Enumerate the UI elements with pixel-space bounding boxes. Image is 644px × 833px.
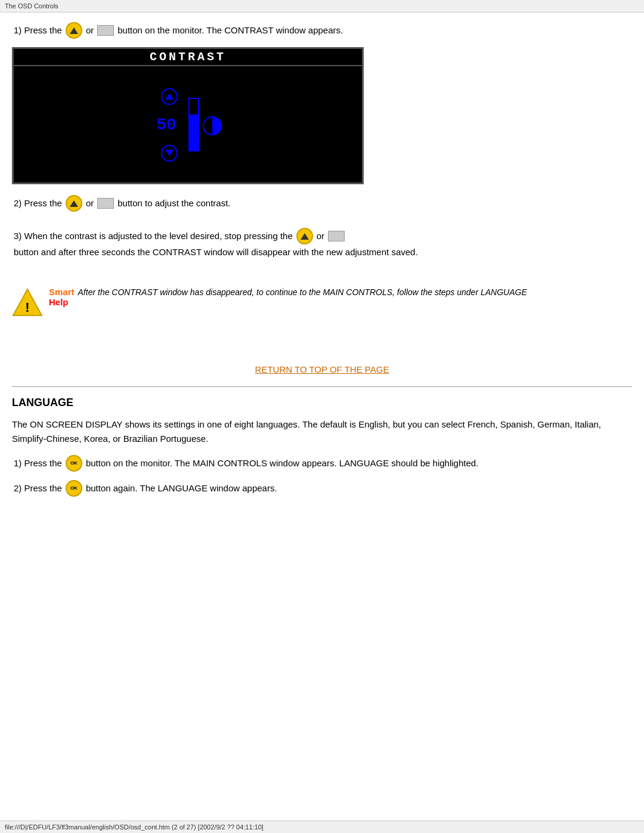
- help-label: Help: [49, 297, 527, 307]
- warning-triangle-icon: !: [12, 287, 43, 318]
- step1-suffix: button on the monitor. The CONTRAST wind…: [117, 23, 343, 38]
- step1-line: 1) Press the or button on the monitor. T…: [12, 22, 632, 39]
- step3-middle: or: [317, 228, 324, 244]
- contrast-down-icon: [161, 145, 178, 162]
- contrast-bar-area: [188, 98, 219, 151]
- smart-help-section: ! Smart After the CONTRAST window has di…: [12, 287, 632, 318]
- step1-middle: or: [86, 23, 94, 38]
- step2-line: 2) Press the or button to adjust the con…: [12, 195, 632, 212]
- language-step2-suffix: button again. The LANGUAGE window appear…: [86, 481, 277, 496]
- up-button-icon-2: [66, 195, 82, 212]
- language-step1-suffix: button on the monitor. The MAIN CONTROLS…: [86, 456, 478, 471]
- footer-bar: file:///D|/EDFU/LF3/lf3manual/english/OS…: [0, 820, 644, 833]
- contrast-bar: [188, 98, 199, 151]
- smart-help-text: Smart After the CONTRAST window has disa…: [49, 287, 527, 307]
- contrast-half-circle-icon: [203, 116, 219, 133]
- section-divider: [12, 386, 632, 387]
- up-button-icon-3: [296, 228, 313, 244]
- down-button-icon-3: [328, 231, 345, 241]
- up-button-icon-1: [66, 22, 82, 39]
- smart-help-italic: After the CONTRAST window has disappeare…: [78, 287, 527, 297]
- step3-line: 3) When the contrast is adjusted to the …: [12, 228, 632, 260]
- ok-button-icon-1: OK: [66, 455, 82, 472]
- step1-prefix: 1) Press the: [14, 23, 62, 38]
- language-step2: 2) Press the OK button again. The LANGUA…: [12, 480, 632, 497]
- language-step1: 1) Press the OK button on the monitor. T…: [12, 455, 632, 472]
- contrast-title: CONTRAST: [14, 49, 362, 66]
- smart-label: Smart: [49, 287, 75, 297]
- return-to-top-link[interactable]: RETURN TO TOP OF THE PAGE: [255, 364, 389, 374]
- language-intro: The ON SCREEN DISPLAY shows its settings…: [12, 417, 632, 447]
- svg-text:!: !: [25, 300, 29, 315]
- step2-prefix: 2) Press the: [14, 196, 62, 210]
- language-step2-prefix: 2) Press the: [14, 481, 62, 496]
- language-section-title: LANGUAGE: [12, 397, 632, 409]
- language-section: LANGUAGE The ON SCREEN DISPLAY shows its…: [12, 397, 632, 497]
- contrast-up-icon: [161, 88, 178, 105]
- ok-button-icon-2: OK: [66, 480, 82, 497]
- contrast-window: CONTRAST 50: [12, 47, 364, 184]
- step3-suffix: button and after three seconds the CONTR…: [14, 244, 418, 260]
- return-link-container[interactable]: RETURN TO TOP OF THE PAGE: [12, 364, 632, 374]
- contrast-bar-fill: [190, 114, 198, 150]
- contrast-value: 50: [156, 116, 177, 134]
- down-button-icon-2: [97, 198, 114, 209]
- step2-middle: or: [86, 196, 94, 210]
- language-step1-prefix: 1) Press the: [14, 456, 62, 471]
- contrast-icons-column: 50: [156, 88, 182, 162]
- step2-suffix: button to adjust the contrast.: [117, 196, 230, 210]
- down-button-icon-1: [97, 25, 114, 36]
- browser-title: The OSD Controls: [0, 0, 644, 13]
- step3-text: 3) When the contrast is adjusted to the …: [14, 228, 293, 244]
